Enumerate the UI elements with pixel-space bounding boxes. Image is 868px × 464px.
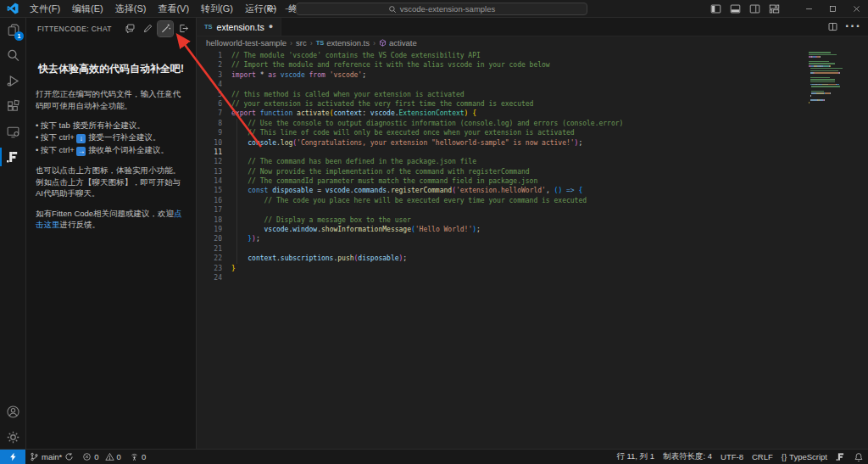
line-number: 2 — [197, 60, 231, 70]
code-line[interactable]: 4 — [197, 80, 868, 89]
run-debug-icon[interactable] — [0, 68, 25, 93]
maximize-button[interactable] — [821, 0, 844, 17]
fittencode-view-icon[interactable] — [0, 144, 25, 170]
line-number: 20 — [197, 234, 231, 243]
code-editor[interactable]: 1// The module 'vscode' contains the VS … — [197, 49, 868, 450]
breadcrumb-separator: › — [373, 39, 376, 48]
window-controls — [797, 0, 868, 17]
forward-arrow-icon[interactable] — [284, 3, 295, 14]
menu-item[interactable]: 转到(G) — [195, 0, 239, 17]
account-icon[interactable] — [0, 399, 25, 424]
line-number: 5 — [197, 90, 231, 99]
warning-icon — [105, 452, 114, 461]
code-line[interactable]: 14 // The commandId parameter must match… — [197, 176, 868, 186]
toggle-panel-icon[interactable] — [730, 3, 741, 14]
search-view-icon[interactable] — [0, 42, 25, 68]
toggle-secondary-sidebar-icon[interactable] — [749, 3, 760, 14]
code-line[interactable]: 21 — [197, 244, 868, 254]
editor-actions: ··· — [827, 17, 868, 36]
code-line[interactable]: 13 // Now provide the implementation of … — [197, 167, 868, 176]
toggle-sidebar-icon[interactable] — [710, 3, 721, 14]
fittencode-chat-panel: FITTENCODE: CHAT 快去体 — [26, 17, 197, 450]
code-line[interactable]: 3import * as vscode from 'vscode'; — [197, 70, 868, 80]
line-number: 18 — [197, 215, 231, 225]
settings-gear-icon[interactable] — [0, 424, 25, 450]
code-line[interactable]: 6// your extension is activated the very… — [197, 99, 868, 109]
command-center-search[interactable]: vscode-extension-samples — [296, 3, 587, 15]
code-line[interactable]: 19 vscode.window.showInformationMessage(… — [197, 225, 868, 234]
code-line[interactable]: 23} — [197, 264, 868, 273]
code-line[interactable]: 5// this method is called when your exte… — [197, 90, 868, 99]
line-number: 1 — [197, 51, 231, 60]
code-line[interactable]: 20 }); — [197, 234, 868, 243]
shortcut-item: • 按下 tab 接受所有补全建议。 — [36, 120, 186, 131]
keycap-down-icon: ↓ — [76, 134, 86, 143]
line-number: 13 — [197, 167, 231, 176]
broadcast-icon — [130, 452, 139, 461]
code-line[interactable]: 18 // Display a message box to the user — [197, 215, 868, 225]
code-line[interactable]: 2// Import the module and reference it w… — [197, 60, 868, 70]
edit-pencil-icon[interactable] — [140, 21, 155, 36]
code-line[interactable]: 11 — [197, 148, 868, 157]
customize-layout-icon[interactable] — [769, 3, 780, 14]
code-line[interactable]: 15 const disposable = vscode.commands.re… — [197, 186, 868, 195]
eol-sequence[interactable]: CRLF — [748, 450, 777, 464]
explorer-icon[interactable]: 1 — [0, 17, 25, 42]
line-number: 11 — [197, 148, 231, 157]
minimap[interactable] — [809, 52, 844, 107]
menu-item[interactable]: 编辑(E) — [66, 0, 109, 17]
code-line[interactable]: 12 // The command has been defined in th… — [197, 157, 868, 166]
code-line[interactable]: 22 context.subscriptions.push(disposable… — [197, 254, 868, 263]
status-bar: main* 0 0 0 行 11, 列 1 制表符长度: 4 UTF-8 CRL… — [0, 449, 868, 464]
layout-controls — [710, 0, 780, 17]
modified-dot-icon[interactable]: ● — [269, 23, 273, 31]
menu-item[interactable]: 查看(V) — [152, 0, 195, 17]
more-actions-icon[interactable]: ··· — [845, 19, 861, 34]
line-number: 12 — [197, 157, 231, 166]
cursor-position[interactable]: 行 11, 列 1 — [612, 450, 659, 464]
magic-wand-icon[interactable] — [158, 21, 173, 36]
code-line[interactable]: 24 — [197, 273, 868, 282]
extensions-icon[interactable] — [0, 93, 25, 119]
comment-discussion-icon[interactable] — [122, 21, 137, 36]
sign-out-icon[interactable] — [175, 21, 191, 36]
code-line[interactable]: 1// The module 'vscode' contains the VS … — [197, 51, 868, 60]
git-branch-item[interactable]: main* — [25, 450, 78, 464]
encoding[interactable]: UTF-8 — [716, 450, 748, 464]
notifications-bell-icon[interactable] — [849, 450, 868, 464]
minimize-button[interactable] — [797, 0, 821, 17]
explorer-badge: 1 — [14, 31, 24, 41]
menu-item[interactable]: 文件(F) — [24, 0, 66, 17]
line-number: 23 — [197, 264, 231, 273]
error-icon — [82, 452, 92, 461]
breadcrumb-item[interactable]: activate — [379, 38, 417, 48]
breadcrumb-item[interactable]: TSextension.ts — [316, 38, 370, 48]
back-arrow-icon[interactable] — [266, 3, 277, 14]
ports-item[interactable]: 0 — [125, 450, 150, 464]
history-nav — [266, 0, 295, 17]
remote-indicator[interactable] — [0, 450, 25, 464]
menu-item[interactable]: 选择(S) — [109, 0, 153, 17]
indentation[interactable]: 制表符长度: 4 — [659, 450, 716, 464]
language-mode[interactable]: {}TypeScript — [777, 450, 832, 464]
code-line[interactable]: 17 — [197, 205, 868, 215]
sidebar-heading: 快去体验高效的代码自动补全吧! — [36, 62, 186, 76]
breadcrumb-item[interactable]: helloworld-test-sample — [206, 38, 287, 48]
tab-extension-ts[interactable]: TS extension.ts ● — [197, 17, 281, 36]
fittencode-status-icon[interactable] — [832, 450, 849, 464]
code-line[interactable]: 7export function activate(context: vscod… — [197, 109, 868, 118]
remote-explorer-icon[interactable] — [0, 119, 25, 144]
split-editor-icon[interactable] — [827, 21, 838, 32]
breadcrumb-item[interactable]: src — [296, 38, 307, 48]
line-number: 15 — [197, 186, 231, 195]
code-line[interactable]: 10 console.log('Congratulations, your ex… — [197, 138, 868, 148]
problems-item[interactable]: 0 0 — [78, 450, 125, 464]
code-line[interactable]: 16 // The code you place here will be ex… — [197, 196, 868, 205]
tab-bar: TS extension.ts ● ··· — [197, 17, 868, 36]
indent-guide — [236, 119, 237, 264]
shortcut-item: • 按下 ctrl+ ↓ 接受一行补全建议。 — [36, 131, 186, 143]
close-button[interactable] — [844, 0, 868, 17]
vscode-logo-icon — [7, 3, 19, 14]
code-line[interactable]: 9 // This line of code will only be exec… — [197, 128, 868, 137]
code-line[interactable]: 8 // Use the console to output diagnosti… — [197, 119, 868, 128]
